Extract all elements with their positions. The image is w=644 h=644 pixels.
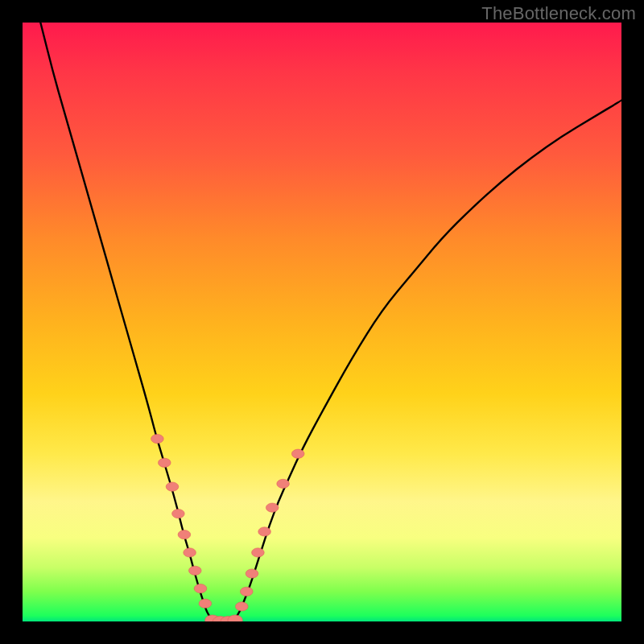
curve-marker (213, 616, 227, 621)
curve-marker (258, 527, 271, 536)
curve-markers (151, 435, 304, 622)
curve-marker (184, 548, 196, 557)
curve-marker (172, 510, 185, 518)
curve-marker (178, 530, 191, 539)
curve-marker (252, 548, 265, 557)
curve-marker (277, 479, 290, 488)
curve-marker (194, 584, 207, 593)
curve-marker (189, 566, 202, 575)
curve-marker (159, 458, 171, 467)
watermark-label: TheBottleneck.com (481, 3, 636, 24)
curve-marker (241, 587, 254, 596)
bottleneck-curve (40, 23, 621, 620)
plot-area (23, 23, 621, 621)
curve-marker (266, 503, 279, 512)
curve-marker (151, 435, 164, 444)
curve-marker (291, 449, 304, 458)
curve-marker (246, 569, 258, 578)
curve-marker (205, 615, 220, 621)
curve-marker (166, 482, 179, 491)
curve-marker (228, 615, 242, 621)
curve-marker (236, 602, 249, 611)
chart-frame: TheBottleneck.com (0, 0, 644, 644)
chart-svg (23, 23, 621, 621)
curve-marker (199, 599, 212, 608)
curve-marker (221, 616, 235, 621)
